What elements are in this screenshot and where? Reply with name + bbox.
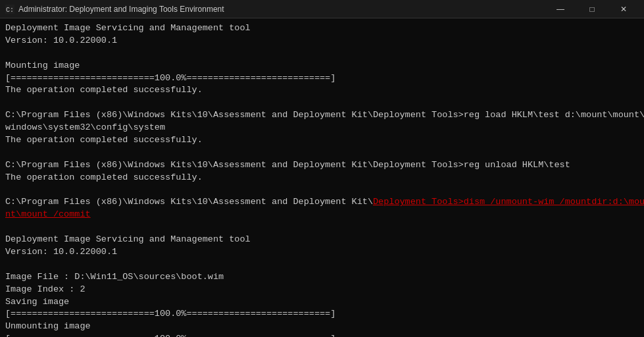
highlighted-command: Deployment Tools>dism /unmount-wim /moun… — [5, 197, 644, 219]
terminal-line: Deployment Image Servicing and Managemen… — [5, 23, 644, 337]
minimize-button[interactable]: — — [545, 0, 576, 18]
window-title: Administrator: Deployment and Imaging To… — [18, 5, 224, 14]
maximize-button[interactable]: □ — [577, 0, 607, 18]
cmd-icon: C: — [5, 5, 14, 14]
terminal-output: Deployment Image Servicing and Managemen… — [0, 18, 644, 337]
svg-text:C:: C: — [6, 7, 14, 14]
close-button[interactable]: ✕ — [608, 0, 639, 18]
title-bar-left: C: Administrator: Deployment and Imaging… — [5, 5, 224, 14]
title-bar: C: Administrator: Deployment and Imaging… — [0, 0, 644, 18]
window-controls: — □ ✕ — [545, 0, 639, 18]
